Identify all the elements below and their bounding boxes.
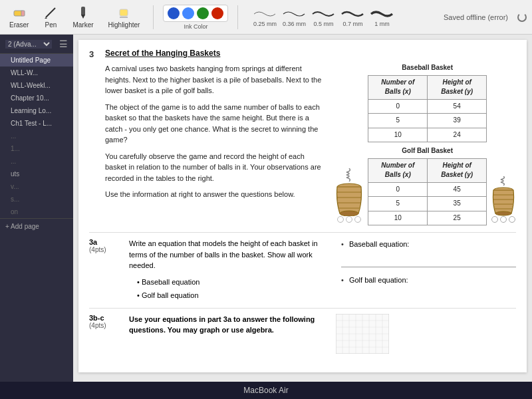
sidebar-item-v[interactable]: v... <box>0 180 73 193</box>
bottom-bar: MacBook Air <box>0 382 532 399</box>
problem-3-content: Secret of the Hanging Baskets A carnival… <box>105 48 516 228</box>
divider1 <box>153 5 154 29</box>
baseball-col1-header: Number of Balls (x) <box>368 75 428 99</box>
svg-marker-5 <box>81 15 85 19</box>
problem-3-title: Secret of the Hanging Baskets <box>105 48 516 59</box>
ink-color-group: Ink Color <box>163 5 228 30</box>
basket-golf-svg <box>491 186 516 216</box>
ink-color-picker[interactable] <box>163 5 228 22</box>
baseball-1 <box>337 216 344 223</box>
golfball-2 <box>500 216 507 223</box>
sync-icon <box>517 13 527 22</box>
golfball-table-title: Golf Ball Basket <box>368 146 487 156</box>
sidebar-item-ch1-test[interactable]: Ch1 Test - L... <box>0 117 73 130</box>
svg-line-2 <box>46 8 55 17</box>
baseball-data-table: Number of Balls (x) Height of Basket (y)… <box>368 75 487 143</box>
baseball-col2-header: Height of Basket (y) <box>428 75 487 99</box>
pen-button[interactable]: Pen <box>39 4 62 30</box>
baseball-3 <box>354 216 361 223</box>
svg-point-19 <box>495 211 511 215</box>
spring-golf <box>497 176 510 186</box>
line-width-036[interactable]: 0.36 mm <box>282 7 306 27</box>
problem-3a-bullet2: Golf ball equation <box>137 290 329 301</box>
golf-r2-x: 10 <box>368 211 428 225</box>
sidebar: 2 (Adva... ☰ Untitled Page WLL-W... WLL-… <box>0 35 73 382</box>
golfball-3 <box>509 216 515 223</box>
sidebar-header: 2 (Adva... ☰ <box>0 35 73 54</box>
page: 3 Secret of the Hanging Baskets A carniv… <box>78 40 527 372</box>
baseball-table: Baseball Basket Number of Balls (x) Heig… <box>368 63 487 142</box>
answer-golf-label: Golf ball equation: <box>341 274 516 287</box>
problem-3-p1: A carnival uses two baskets hanging from… <box>105 63 327 96</box>
problem-3-split: A carnival uses two baskets hanging from… <box>105 63 516 228</box>
golf-row-2: 10 25 <box>368 211 487 225</box>
problem-3-p2: The object of the game is to add the sam… <box>105 102 327 146</box>
golf-r1-y: 35 <box>428 197 487 211</box>
sidebar-item-dots1[interactable]: ... <box>0 130 73 142</box>
sidebar-list-icon: ☰ <box>59 39 68 49</box>
problem-3a-numcol: 3a (4pts) <box>89 238 129 304</box>
color-green[interactable] <box>197 7 209 19</box>
golf-row-0: 0 45 <box>368 182 487 197</box>
highlighter-button[interactable]: Highlighter <box>104 4 144 30</box>
spring-baseball <box>342 168 356 182</box>
problem-3-row: 3 Secret of the Hanging Baskets A carniv… <box>89 48 516 228</box>
color-red[interactable] <box>211 7 223 19</box>
baseball-row-0: 0 54 <box>368 99 487 114</box>
golfball-balls-row <box>491 216 515 223</box>
problem-3-left: A carnival uses two baskets hanging from… <box>105 63 327 228</box>
line-width-07[interactable]: 0.7 mm <box>340 7 364 27</box>
sidebar-item-wll-weekl[interactable]: WLL-Weekl... <box>0 79 73 92</box>
eraser-button[interactable]: Eraser <box>5 4 33 30</box>
baseball-r0-x: 0 <box>368 99 428 114</box>
golf-col1-header: Number of Balls (x) <box>368 158 428 182</box>
answer-baseball-line[interactable] <box>341 255 516 267</box>
golf-row-1: 5 35 <box>368 197 487 211</box>
svg-rect-4 <box>81 7 85 16</box>
problem-3bc-pts: (4pts) <box>89 322 129 329</box>
sidebar-item-s[interactable]: s... <box>0 193 73 205</box>
main-area: 2 (Adva... ☰ Untitled Page WLL-W... WLL-… <box>0 35 532 382</box>
add-page-button[interactable]: + Add page <box>0 218 73 234</box>
answer-baseball-label: Baseball equation: <box>341 238 516 251</box>
problem-3a-pts: (4pts) <box>89 246 129 253</box>
sidebar-item-untitled-page[interactable]: Untitled Page <box>0 54 73 66</box>
golfball-1 <box>491 216 498 223</box>
ink-color-label: Ink Color <box>184 23 207 30</box>
svg-point-13 <box>340 211 358 216</box>
baseball-r1-x: 5 <box>368 114 428 128</box>
baseball-row-1: 5 39 <box>368 114 487 128</box>
line-width-025[interactable]: 0.25 mm <box>253 7 277 27</box>
line-width-05[interactable]: 0.5 mm <box>311 7 335 27</box>
marker-button[interactable]: Marker <box>68 4 97 30</box>
sidebar-item-uts[interactable]: uts <box>0 168 73 180</box>
color-blue2[interactable] <box>182 7 194 19</box>
line-width-1[interactable]: 1 mm <box>370 7 394 27</box>
baseball-r2-y: 24 <box>428 128 487 142</box>
baseball-balls-row <box>337 216 361 223</box>
problem-3bc-numcol: 3b-c (4pts) <box>89 314 129 358</box>
problem-3-p3: You carefully observe the game and recor… <box>105 151 327 184</box>
sidebar-item-dots2[interactable]: 1... <box>0 142 73 155</box>
sidebar-item-learning-lo[interactable]: Learning Lo... <box>0 104 73 117</box>
golfball-data-table: Number of Balls (x) Height of Basket (y)… <box>368 158 487 226</box>
sidebar-item-on[interactable]: on <box>0 205 73 218</box>
problem-3a-left: Write an equation that models the height… <box>129 238 329 304</box>
answer-baseball-block: Baseball equation: <box>336 238 516 267</box>
problem-3bc-number: 3b-c <box>89 314 129 322</box>
problem-3a-row: 3a (4pts) Write an equation that models … <box>89 232 516 304</box>
golf-r2-y: 25 <box>428 211 487 225</box>
svg-rect-6 <box>120 9 128 16</box>
baseball-row-2: 10 24 <box>368 128 487 142</box>
section-dropdown[interactable]: 2 (Adva... <box>5 40 52 49</box>
golf-r1-x: 5 <box>368 197 428 211</box>
sidebar-item-dots3[interactable]: ... <box>0 155 73 168</box>
sidebar-item-chapter10[interactable]: Chapter 10... <box>0 92 73 104</box>
content-area[interactable]: 3 Secret of the Hanging Baskets A carniv… <box>73 35 532 382</box>
saved-status: Saved offline (error) <box>444 13 508 21</box>
problem-3a-text: Write an equation that models the height… <box>129 238 329 271</box>
baseball-r2-x: 10 <box>368 128 428 142</box>
color-blue1[interactable] <box>168 7 180 19</box>
sidebar-item-wll-w[interactable]: WLL-W... <box>0 66 73 79</box>
baseball-table-title: Baseball Basket <box>368 63 487 73</box>
